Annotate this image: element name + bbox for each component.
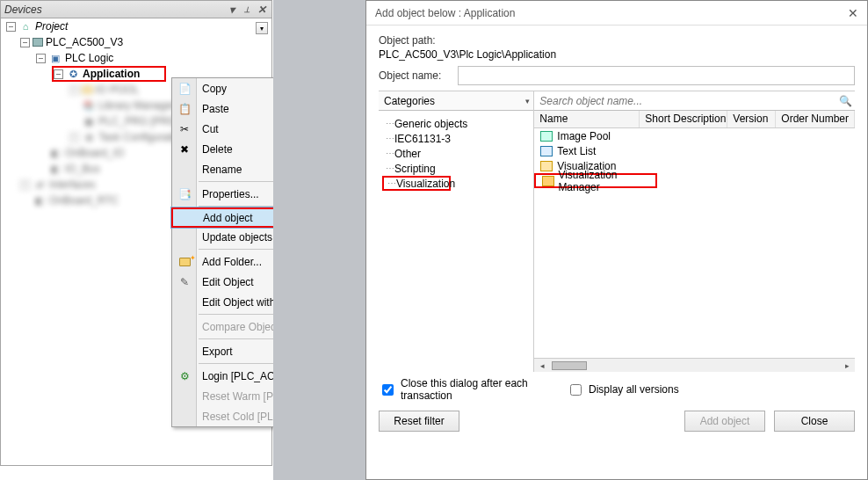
textlist-icon	[539, 145, 553, 157]
chevron-down-icon: ▾	[525, 97, 530, 105]
col-ver[interactable]: Version	[727, 111, 776, 127]
gap-area	[273, 0, 365, 480]
close-button[interactable]: Close	[774, 411, 855, 432]
tree-project[interactable]: – ⌂ Project	[1, 18, 271, 34]
object-name-input[interactable]	[458, 66, 855, 85]
add-object-button[interactable]: Add object	[684, 411, 765, 432]
categories-label: Categories	[384, 95, 435, 107]
dialog-buttons: Reset filter Add object Close	[379, 402, 855, 439]
plclogic-icon: ▣	[48, 51, 62, 65]
dialog-close-btn[interactable]: ✕	[848, 6, 858, 20]
object-row-imagepool[interactable]: Image Pool	[534, 128, 855, 143]
library-icon: 📚	[82, 98, 96, 113]
category-item[interactable]: ⋯Other	[382, 146, 530, 161]
tree-plc[interactable]: – PLC_AC500_V3	[1, 34, 271, 50]
devices-titlebar: Devices ▾ ⟂ ✕	[1, 1, 271, 18]
object-name-row: Object name:	[379, 66, 855, 85]
col-ord[interactable]: Order Number	[776, 111, 855, 127]
collapse-icon[interactable]: –	[20, 38, 30, 47]
dialog-body: Object path: PLC_AC500_V3\Plc Logic\Appl…	[366, 25, 867, 439]
tree-application[interactable]: – ✪ Application	[52, 66, 166, 82]
objects-table: Name Short Description Version Order Num…	[534, 111, 855, 372]
categories-column: Categories ▾ ⋯Generic objects ⋯IEC61131-…	[379, 91, 534, 372]
dialog-titlebar[interactable]: Add object below : Application ✕	[366, 1, 867, 25]
reset-filter-button[interactable]: Reset filter	[379, 411, 459, 432]
device-icon	[33, 38, 43, 47]
object-path-label: Object path:	[379, 34, 458, 47]
objects-search-row: 🔍	[534, 91, 855, 111]
tree-plclogic[interactable]: – ▣ PLC Logic	[1, 50, 271, 66]
chk-close-after[interactable]: Close this dialog after each transaction	[379, 377, 567, 402]
dialog-checkbox-row: Close this dialog after each transaction…	[379, 372, 855, 402]
collapse-icon[interactable]: –	[6, 22, 16, 32]
object-path-row: Object path:	[379, 34, 855, 47]
plc-label: PLC_AC500_V3	[46, 36, 123, 48]
scrollbar-thumb[interactable]	[552, 361, 587, 370]
paste-icon: 📋	[177, 103, 192, 115]
properties-icon: 📑	[177, 188, 192, 200]
search-input[interactable]	[534, 92, 835, 110]
devices-dropdown-btn[interactable]: ▾	[226, 4, 238, 16]
objects-table-head: Name Short Description Version Order Num…	[534, 111, 855, 128]
dialog-mid: Categories ▾ ⋯Generic objects ⋯IEC61131-…	[379, 91, 855, 372]
project-icon: ⌂	[18, 19, 33, 33]
application-icon: ✪	[66, 67, 80, 81]
scroll-right-icon[interactable]: ▸	[841, 361, 853, 370]
categories-dropdown[interactable]: Categories ▾	[379, 91, 533, 111]
scroll-left-icon[interactable]: ◂	[536, 361, 548, 370]
application-label: Application	[83, 68, 140, 80]
col-desc[interactable]: Short Description	[640, 111, 727, 127]
login-icon: ⚙	[177, 370, 192, 382]
object-row-visualization-manager[interactable]: Visualization Manager	[534, 173, 657, 188]
collapse-icon[interactable]: –	[54, 69, 63, 79]
project-label: Project	[35, 20, 68, 33]
object-row-textlist[interactable]: Text List	[534, 143, 855, 158]
object-path-value: PLC_AC500_V3\Plc Logic\Application	[379, 48, 556, 61]
col-name[interactable]: Name	[534, 111, 640, 127]
prg-icon: ▦	[82, 114, 96, 128]
cut-icon: ✂	[177, 123, 192, 135]
delete-icon: ✖	[177, 143, 192, 156]
edit-icon: ✎	[177, 276, 192, 288]
object-path-value-row: PLC_AC500_V3\Plc Logic\Application	[379, 48, 855, 61]
vismanager-icon	[541, 175, 554, 187]
add-object-dialog: Add object below : Application ✕ Object …	[365, 0, 868, 480]
dialog-title-label: Add object below : Application	[375, 7, 515, 19]
devices-pin-btn[interactable]: ⟂	[241, 4, 253, 16]
chk-display-all[interactable]: Display all versions	[567, 377, 679, 402]
add-folder-icon	[177, 258, 192, 266]
folder-icon	[82, 85, 93, 94]
task-icon: ⊞	[82, 130, 96, 144]
visualization-icon	[539, 160, 553, 172]
objects-h-scrollbar[interactable]: ◂ ▸	[534, 358, 855, 372]
categories-tree: ⋯Generic objects ⋯IEC61131-3 ⋯Other ⋯Scr…	[379, 111, 533, 372]
category-visualization[interactable]: ⋯Visualization	[382, 176, 451, 191]
chk-close-after-box[interactable]	[382, 384, 394, 396]
collapse-icon[interactable]: –	[36, 54, 46, 63]
search-icon[interactable]: 🔍	[835, 95, 855, 107]
plclogic-label: PLC Logic	[65, 52, 113, 64]
objects-column: 🔍 Name Short Description Version Order N…	[534, 91, 855, 372]
category-item[interactable]: ⋯Scripting	[382, 161, 530, 176]
category-item[interactable]: ⋯Generic objects	[382, 116, 530, 131]
copy-icon: 📄	[177, 83, 192, 95]
devices-close-btn[interactable]: ✕	[256, 4, 268, 16]
chk-display-all-box[interactable]	[570, 384, 582, 396]
category-item[interactable]: ⋯IEC61131-3	[382, 131, 530, 146]
object-name-label: Object name:	[379, 69, 458, 82]
imagepool-icon	[539, 130, 553, 142]
tree-dropdown-btn[interactable]: ▾	[256, 22, 268, 34]
devices-title-label: Devices	[4, 4, 42, 16]
